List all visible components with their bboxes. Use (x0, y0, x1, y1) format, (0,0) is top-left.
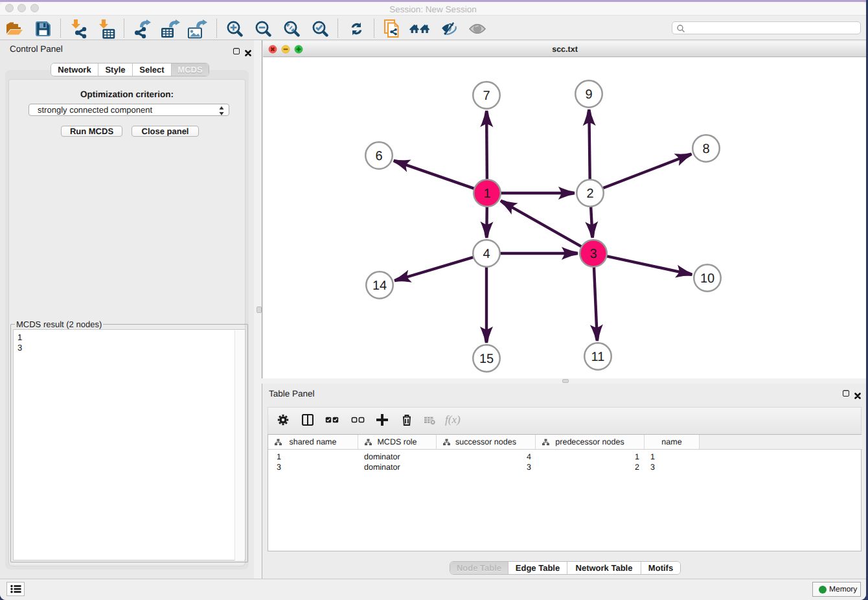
svg-text:2: 2 (586, 187, 593, 201)
svg-text:9: 9 (585, 87, 592, 102)
svg-text:3: 3 (589, 247, 597, 261)
svg-text:10: 10 (700, 271, 714, 286)
svg-text:7: 7 (483, 89, 490, 103)
svg-text:1: 1 (483, 187, 490, 201)
svg-text:15: 15 (479, 352, 494, 366)
svg-text:4: 4 (483, 247, 490, 261)
svg-text:f(x): f(x) (445, 413, 461, 426)
svg-text:14: 14 (372, 279, 387, 293)
svg-text:11: 11 (591, 350, 605, 364)
svg-text:6: 6 (375, 149, 382, 163)
svg-text:8: 8 (702, 142, 709, 156)
